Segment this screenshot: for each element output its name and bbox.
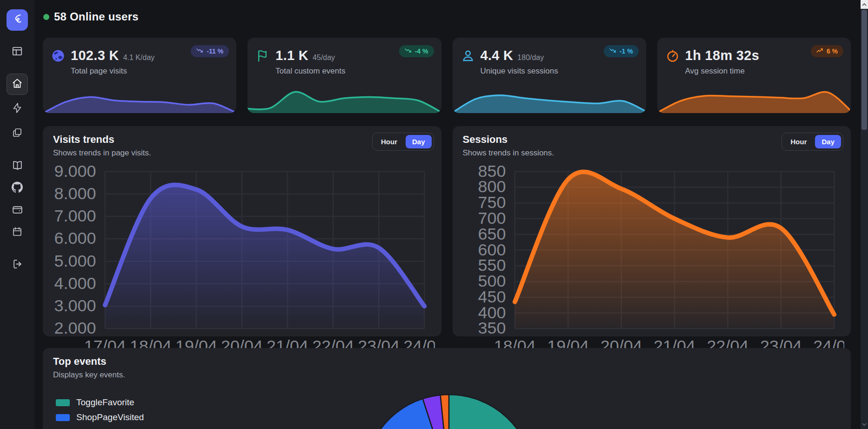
card-value: 1h 18m 32s [685,48,759,63]
sessions-area-chart: 85080075070065060055050045040035018/0419… [458,164,845,357]
top-events-pie-chart [43,348,851,429]
sidebar-item-billing[interactable] [7,200,27,221]
badge-text: -11 % [207,47,223,55]
trend-badge: -11 % [191,45,229,57]
sparkline-chart [43,83,236,113]
main-content: 58 Online users 102.3 K 4.1 K/day Total … [34,0,861,429]
card-rate: 4.1 K/day [123,54,155,62]
logout-icon [12,258,23,272]
svg-text:6.000: 6.000 [54,228,96,248]
legend-item-shoppagevisited[interactable]: ShopPageVisited [56,412,160,422]
pie-legend: ToggleFavorite ShopPageVisited PurchaseP… [56,397,160,429]
legend-swatch [56,414,70,421]
svg-text:5.000: 5.000 [54,251,96,270]
toggle-hour-button[interactable]: Hour [784,135,813,148]
card-rate: 45/day [313,54,335,62]
stat-card-avg-session-time: 1h 18m 32s Avg session time 6 % [657,38,851,113]
card-value: 4.4 K [481,48,514,63]
online-users-header: 58 Online users [43,10,139,23]
svg-text:4.000: 4.000 [54,274,96,293]
sidebar-item-pages[interactable] [7,123,27,144]
sessions-panel: Sessions Shows trends in sessions. Hour … [453,126,851,336]
sparkline-chart [453,83,646,113]
online-status-dot [43,14,49,20]
sidebar-item-github[interactable] [7,178,27,198]
legend-label: PurchasePageVisited [76,427,160,429]
copy-icon [12,127,23,140]
card-value: 1.1 K [275,48,308,63]
scrollbar-down-button[interactable] [861,421,868,428]
sessions-granularity-toggle: Hour Day [781,133,843,151]
sparkline-chart [247,83,441,113]
home-icon [11,77,23,91]
visits-granularity-toggle: Hour Day [372,133,434,151]
sidebar-item-home[interactable] [7,74,28,95]
vertical-scrollbar [861,0,868,429]
sidebar-item-dashboard[interactable] [7,42,27,62]
zap-icon [12,102,23,115]
trending-down-icon [609,47,616,55]
card-label: Total page visits [71,67,236,76]
top-events-panel: Top events Displays key events. ToggleFa… [43,348,851,429]
scrollbar-up-button[interactable] [861,0,868,9]
toggle-hour-button[interactable]: Hour [374,135,404,148]
github-icon [12,181,23,194]
stat-cards-row: 102.3 K 4.1 K/day Total page visits -11 … [43,38,851,113]
layout-icon [11,45,23,59]
trend-badge: -1 % [604,45,639,57]
page-title: 58 Online users [54,10,139,23]
badge-text: -4 % [415,47,428,55]
visits-area-chart: 9.0008.0007.0006.0005.0004.0003.0002.000… [48,164,435,357]
book-icon [12,160,23,173]
chevron-up-icon [862,3,867,6]
trending-down-icon [405,47,412,55]
trend-badge: -4 % [399,45,434,57]
toggle-day-button[interactable]: Day [406,135,432,148]
app-logo[interactable] [7,9,28,31]
card-label: Total custom events [275,67,441,76]
charts-row: Visits trends Shows trends in page visit… [43,126,851,336]
legend-item-togglefavorite[interactable]: ToggleFavorite [56,397,160,408]
card-rate: 180/day [517,54,544,62]
badge-text: -1 % [620,47,633,55]
sidebar-item-events[interactable] [7,99,27,119]
panel-subtitle: Shows trends in sessions. [463,148,554,158]
stat-card-total-page-visits: 102.3 K 4.1 K/day Total page visits -11 … [43,38,236,113]
chevron-down-icon [862,423,867,426]
badge-text: 6 % [827,47,838,55]
logo-wave-icon [11,13,24,27]
stat-card-unique-visits-sessions: 4.4 K 180/day Unique visits sessions -1 … [453,38,646,113]
card-label: Avg session time [685,67,851,76]
card-value: 102.3 K [71,48,119,63]
panel-subtitle: Shows trends in page visits. [53,148,151,158]
scrollbar-thumb[interactable] [861,10,867,130]
user-icon [461,49,475,63]
legend-item-purchasepagevisited[interactable]: PurchasePageVisited [56,427,160,429]
panel-title: Sessions [463,134,508,146]
svg-text:2.000: 2.000 [54,318,96,337]
sidebar-item-docs[interactable] [7,156,27,176]
legend-label: ShopPageVisited [76,412,144,422]
trend-badge: 6 % [811,45,843,57]
stat-card-total-custom-events: 1.1 K 45/day Total custom events -4 % [247,38,441,113]
sidebar-item-logout[interactable] [7,255,27,275]
svg-text:7.000: 7.000 [54,206,96,225]
svg-text:350: 350 [478,318,506,337]
card-label: Unique visits sessions [481,67,646,76]
trending-down-icon [196,47,203,55]
toggle-day-button[interactable]: Day [815,135,841,148]
sidebar [0,0,34,429]
svg-text:3.000: 3.000 [54,296,96,315]
svg-text:9.000: 9.000 [54,164,96,181]
calendar-icon [12,226,23,239]
globe-icon [51,49,65,63]
legend-swatch [56,399,70,406]
sparkline-chart [657,83,851,113]
wallet-icon [12,204,23,217]
svg-text:8.000: 8.000 [54,184,96,203]
trending-up-icon [816,47,823,55]
sidebar-item-calendar[interactable] [7,222,27,243]
visits-trends-panel: Visits trends Shows trends in page visit… [43,126,441,336]
timer-icon [666,49,680,63]
panel-title: Visits trends [53,134,114,146]
